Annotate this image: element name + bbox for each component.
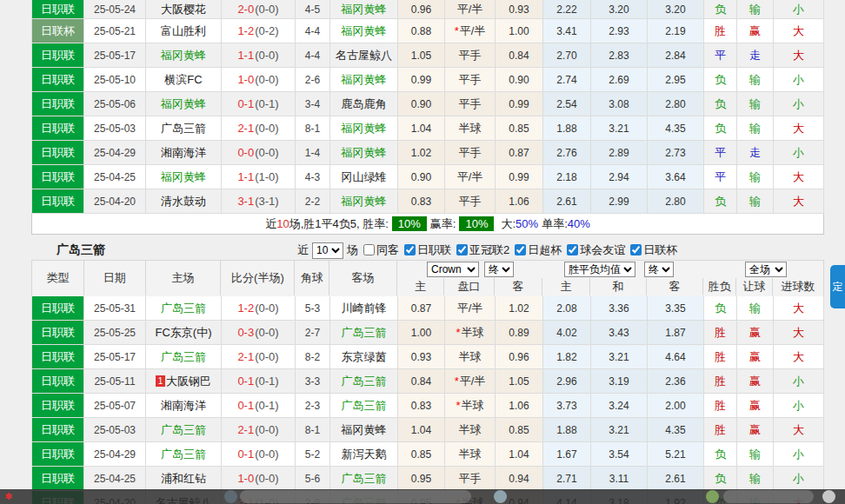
match-row: 日职联 25-05-11 1大阪钢巴 0-1(0-1) 3-3 广岛三箭 0.8… bbox=[31, 369, 824, 394]
match-row: 日职联 25-05-17 广岛三箭 2-1(0-0) 8-2 东京绿茵 0.93… bbox=[31, 345, 824, 369]
avg-odds-select[interactable]: 胜平负均值 bbox=[564, 262, 635, 277]
ah-home-odds: 1.04 bbox=[398, 418, 445, 442]
taskbar-app-icon[interactable] bbox=[494, 490, 507, 503]
taskbar-app-icon[interactable] bbox=[706, 490, 719, 503]
taskbar-window-pill[interactable] bbox=[240, 490, 471, 503]
league-type-cell: 日职联 bbox=[31, 442, 84, 467]
away-team: 广岛三箭 bbox=[330, 321, 398, 345]
score-cell: 0-1(0-1) bbox=[222, 369, 296, 394]
corners-cell: 4-3 bbox=[296, 165, 330, 189]
side-tab-label: 定 bbox=[833, 280, 843, 295]
ah-home-odds: 0.90 bbox=[398, 92, 445, 116]
away-team: 冈山绿雉 bbox=[330, 165, 398, 189]
match-row: 日职联 25-05-06 福冈黄蜂 0-1(0-1) 3-4 鹿岛鹿角 0.90… bbox=[31, 92, 824, 116]
subheader-goals: 进球数 bbox=[773, 278, 823, 295]
taskbar-app-icon[interactable] bbox=[822, 490, 835, 503]
eu-draw-odds: 3.36 bbox=[591, 296, 648, 321]
eu-away-odds: 5.21 bbox=[648, 442, 704, 467]
halftime-score: (0-0) bbox=[255, 122, 278, 135]
result-handicap: 赢 bbox=[737, 394, 774, 418]
eu-away-odds: 2.80 bbox=[648, 92, 704, 116]
ah-home-odds: 0.85 bbox=[398, 442, 445, 467]
subheader-ah-away: 客 bbox=[495, 278, 542, 295]
ah-final-select[interactable]: 终 bbox=[484, 262, 514, 277]
recent-count-select[interactable]: 10 bbox=[312, 242, 343, 259]
fulltime-score: 0-3 bbox=[237, 326, 254, 339]
filter-checkbox-2[interactable] bbox=[456, 244, 468, 255]
match-date: 25-05-10 bbox=[84, 68, 146, 92]
corners-cell: 5-3 bbox=[296, 296, 330, 321]
score-cell: 2-1(0-0) bbox=[222, 418, 296, 442]
corners-cell: 2-7 bbox=[296, 321, 330, 345]
league-type-cell: 日职联 bbox=[31, 345, 84, 369]
result-goals: 小 bbox=[774, 68, 824, 92]
filter-checkbox-5[interactable] bbox=[630, 244, 642, 255]
match-date: 25-05-21 bbox=[84, 19, 146, 43]
away-team: 福冈黄蜂 bbox=[330, 141, 398, 165]
match-row: 日职联 25-04-25 福冈黄蜂 1-1(1-0) 4-3 冈山绿雉 0.90… bbox=[31, 165, 824, 189]
filter-checkbox-4[interactable] bbox=[567, 244, 578, 255]
match-row: 日联杯 25-05-21 富山胜利 1-2(0-2) 4-4 福冈黄蜂 0.88… bbox=[31, 19, 824, 43]
away-team-name: 名古屋鲸八 bbox=[336, 48, 392, 63]
eu-away-odds: 2.84 bbox=[648, 43, 704, 68]
result-handicap: 输 bbox=[737, 189, 774, 214]
taskbar-window-pill[interactable] bbox=[723, 490, 814, 503]
result-goals: 小 bbox=[774, 369, 824, 394]
corners-cell: 2-2 bbox=[296, 189, 330, 214]
result-handicap: 输 bbox=[737, 92, 774, 116]
corners-cell: 3-3 bbox=[296, 369, 330, 394]
match-row: 日职联 25-04-25 浦和红钻 1-0(0-0) 5-6 广岛三箭 0.95… bbox=[31, 467, 824, 491]
summary-count: 10 bbox=[276, 217, 289, 230]
taskbar-app-icon[interactable] bbox=[224, 490, 237, 503]
eu-away-odds: 3.35 bbox=[648, 296, 704, 321]
corners-cell: 8-1 bbox=[296, 116, 330, 141]
eu-draw-odds: 2.83 bbox=[591, 43, 648, 68]
result-handicap: 走 bbox=[737, 43, 774, 68]
ah-away-odds: 1.00 bbox=[496, 19, 543, 43]
taskbar-overlay: ✱ bbox=[0, 489, 845, 504]
home-team-name: 浦和红钻 bbox=[161, 471, 206, 487]
changed-line-marker: * bbox=[455, 375, 459, 388]
handicap-text: 平/半 bbox=[460, 374, 486, 389]
summary-record: 场,胜1平4负5, 胜率: bbox=[289, 216, 389, 232]
match-row: 日职联 25-04-29 湘南海洋 0-0(0-0) 1-4 福冈黄蜂 1.02… bbox=[31, 141, 824, 165]
bookmaker-select[interactable]: Crown bbox=[427, 262, 479, 277]
eu-draw-odds: 3.08 bbox=[591, 92, 648, 116]
side-tab-button[interactable]: 定 bbox=[830, 265, 845, 308]
filter-checkbox-1[interactable] bbox=[404, 244, 416, 255]
halftime-score: (3-1) bbox=[255, 195, 278, 208]
home-team: 福冈黄蜂 bbox=[146, 92, 222, 116]
league-type-cell: 日职联 bbox=[31, 296, 84, 321]
ah-handicap: *平/半 bbox=[445, 165, 496, 189]
result-handicap: 赢 bbox=[737, 345, 774, 369]
home-team-name: 广岛三箭 bbox=[161, 301, 206, 316]
filter-checkbox-3[interactable] bbox=[515, 244, 526, 255]
odds-header-group: Crown 终 胜平负均值 终 全场 主 盘口 客 主 和 客 胜负 让球 进球… bbox=[397, 261, 823, 296]
match-date: 25-05-31 bbox=[84, 296, 146, 321]
result-wdl: 平 bbox=[704, 43, 737, 68]
handicap-text: 平手 bbox=[459, 96, 482, 112]
fulltime-score: 2-1 bbox=[237, 423, 254, 436]
result-wdl: 平 bbox=[704, 165, 737, 189]
ah-home-odds: 1.02 bbox=[398, 141, 445, 165]
league-type-cell: 日职联 bbox=[31, 92, 84, 116]
score-cell: 2-0(0-0) bbox=[222, 0, 296, 19]
ah-home-odds: 0.95 bbox=[398, 467, 445, 491]
taskbar-notification-icon[interactable]: ✱ bbox=[4, 491, 12, 502]
eu-away-odds: 2.61 bbox=[648, 467, 704, 491]
home-team: 湘南海洋 bbox=[146, 141, 222, 165]
away-team: 名古屋鲸八 bbox=[330, 43, 398, 68]
fulltime-score: 0-1 bbox=[237, 399, 254, 412]
eu-final-select[interactable]: 终 bbox=[644, 262, 674, 277]
eu-draw-odds: 3.21 bbox=[591, 418, 648, 442]
away-team-name: 福冈黄蜂 bbox=[342, 121, 387, 136]
filter-option: 日联杯 bbox=[625, 242, 677, 258]
home-team: 富山胜利 bbox=[146, 19, 222, 43]
home-team: 福冈黄蜂 bbox=[146, 165, 222, 189]
corners-cell: 2-6 bbox=[296, 68, 330, 92]
changed-line-marker: * bbox=[456, 326, 460, 339]
away-team-name: 福冈黄蜂 bbox=[342, 72, 387, 88]
scope-select[interactable]: 全场 bbox=[745, 262, 787, 277]
filter-checkbox-0[interactable] bbox=[363, 244, 375, 255]
over-label: 大: bbox=[501, 216, 516, 232]
